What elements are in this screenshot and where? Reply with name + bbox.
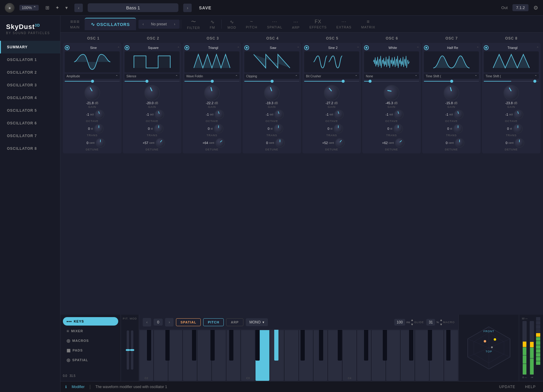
sidebar-item-osc1[interactable]: OSCILLATOR 1 bbox=[0, 53, 60, 66]
zoom-control[interactable]: 100% ⌃ bbox=[19, 5, 39, 11]
osc5-power-btn[interactable] bbox=[304, 45, 309, 50]
osc5-octave-knob[interactable] bbox=[334, 110, 344, 119]
keys-tab-pads[interactable]: ▦ PADS bbox=[63, 346, 118, 355]
prev-preset-btn[interactable]: ‹ bbox=[74, 4, 83, 12]
piano-key-f3[interactable] bbox=[284, 330, 299, 381]
piano-key-f4[interactable] bbox=[386, 330, 400, 381]
tab-fm[interactable]: ∿ FM bbox=[205, 17, 220, 32]
preset-next-btn[interactable]: › bbox=[173, 21, 177, 27]
osc8-trans-knob[interactable] bbox=[513, 124, 523, 133]
osc6-octave-knob[interactable] bbox=[394, 110, 404, 119]
osc7-octave-knob[interactable] bbox=[454, 110, 463, 119]
osc2-detune-knob[interactable] bbox=[155, 138, 165, 148]
osc2-type-select[interactable]: Square bbox=[131, 46, 176, 50]
osc4-power-btn[interactable] bbox=[244, 45, 249, 50]
piano-key-ds2[interactable] bbox=[165, 330, 170, 361]
update-button[interactable]: UPDATE bbox=[497, 384, 518, 390]
osc8-octave-knob[interactable] bbox=[514, 110, 523, 119]
tab-arp[interactable]: ⋯ ARP bbox=[287, 17, 305, 32]
osc3-slider[interactable] bbox=[184, 80, 239, 82]
piano-key-a4[interactable] bbox=[415, 330, 429, 381]
prev-octave-btn[interactable]: ‹ bbox=[143, 318, 151, 326]
osc5-trans-knob[interactable] bbox=[333, 124, 343, 133]
poly-select[interactable]: MONO ▾ bbox=[246, 318, 268, 326]
osc8-detune-knob[interactable] bbox=[515, 138, 524, 148]
osc3-power-btn[interactable] bbox=[184, 45, 189, 50]
piano-key-b2[interactable] bbox=[226, 330, 241, 381]
tab-main[interactable]: ≡≡≡ MAIN bbox=[65, 17, 85, 31]
piano-key-gs4[interactable] bbox=[428, 330, 432, 361]
osc2-octave-knob[interactable] bbox=[154, 110, 164, 119]
osc8-slider[interactable] bbox=[484, 80, 539, 82]
tab-matrix[interactable]: ≡ MATRIX bbox=[356, 17, 380, 31]
preset-name-display[interactable]: Bass 1 bbox=[88, 3, 178, 12]
osc2-slider[interactable] bbox=[125, 80, 180, 82]
app-logo[interactable]: ● bbox=[5, 3, 15, 13]
osc7-detune-knob[interactable] bbox=[455, 138, 464, 148]
tab-mod[interactable]: ∿ MOD bbox=[223, 17, 241, 32]
osc7-modifier[interactable]: Time Shift (⌃ bbox=[424, 74, 479, 79]
macro-value[interactable]: 31 bbox=[426, 319, 435, 326]
pit-slider-1[interactable] bbox=[127, 330, 129, 370]
osc3-gain-knob[interactable] bbox=[204, 85, 220, 101]
osc1-gain-knob[interactable] bbox=[84, 85, 100, 101]
macro-down-btn[interactable]: ▾ bbox=[440, 322, 442, 326]
tab-effects[interactable]: FX EFFECTS bbox=[304, 17, 331, 31]
piano-key-cs3[interactable] bbox=[255, 330, 260, 361]
osc8-gain-knob[interactable] bbox=[503, 85, 519, 101]
osc6-type-select[interactable]: White bbox=[370, 46, 415, 50]
osc4-detune-knob[interactable] bbox=[275, 138, 285, 148]
osc4-type-select[interactable]: Saw bbox=[250, 46, 296, 50]
sidebar-item-osc7[interactable]: OSCILLATOR 7 bbox=[0, 130, 60, 142]
osc1-power-btn[interactable] bbox=[65, 45, 70, 50]
sidebar-item-osc3[interactable]: OSCILLATOR 3 bbox=[0, 79, 60, 92]
piano-key-as2[interactable] bbox=[229, 330, 233, 361]
grid-icon[interactable]: ⊞ bbox=[44, 4, 51, 12]
osc8-modifier[interactable]: Time Shift (⌃ bbox=[484, 74, 539, 79]
osc4-slider[interactable] bbox=[244, 80, 299, 82]
settings-icon[interactable]: ⚙ bbox=[533, 5, 538, 11]
osc7-power-btn[interactable] bbox=[424, 45, 429, 50]
osc4-modifier[interactable]: Clipping⌃ bbox=[244, 74, 299, 79]
osc6-power-btn[interactable] bbox=[364, 45, 369, 50]
save-button[interactable]: SAVE bbox=[197, 4, 214, 11]
macro-up-btn[interactable]: ▴ bbox=[440, 318, 442, 322]
piano-key-as3[interactable] bbox=[338, 330, 342, 361]
piano-key-fs2[interactable] bbox=[192, 330, 196, 361]
puzzle-icon[interactable]: ✦ bbox=[54, 4, 61, 12]
osc2-gain-knob[interactable] bbox=[144, 85, 160, 101]
osc1-slider[interactable] bbox=[65, 80, 120, 82]
sidebar-item-osc4[interactable]: OSCILLATOR 4 bbox=[0, 92, 60, 104]
tab-filter[interactable]: 〜 FILTER bbox=[182, 16, 205, 32]
osc3-type-select[interactable]: Triangl bbox=[190, 46, 236, 50]
osc3-trans-knob[interactable] bbox=[214, 124, 223, 133]
piano-key-c3[interactable]: C3 bbox=[241, 330, 255, 381]
osc6-gain-knob[interactable] bbox=[384, 85, 399, 101]
osc6-slider[interactable] bbox=[364, 80, 419, 82]
osc2-trans-knob[interactable] bbox=[154, 124, 164, 133]
osc6-modifier[interactable]: None⌃ bbox=[364, 74, 419, 79]
sidebar-item-osc6[interactable]: OSCILLATOR 6 bbox=[0, 117, 60, 130]
piano-key-cs2[interactable] bbox=[147, 330, 151, 361]
sidebar-item-osc2[interactable]: OSCILLATOR 2 bbox=[0, 66, 60, 79]
piano-key-gs2[interactable] bbox=[210, 330, 215, 361]
preset-prev-btn[interactable]: ‹ bbox=[141, 21, 145, 27]
piano-key-c4[interactable]: C4 bbox=[342, 330, 357, 381]
osc5-type-select[interactable]: Sine 2 bbox=[310, 46, 356, 50]
sidebar-item-summary[interactable]: SUMMARY bbox=[0, 41, 60, 53]
sidebar-item-osc8[interactable]: OSCILLATOR 8 bbox=[0, 142, 60, 155]
osc6-detune-knob[interactable] bbox=[395, 138, 405, 148]
pit-slider-2[interactable] bbox=[131, 330, 133, 370]
osc7-trans-knob[interactable] bbox=[453, 124, 463, 133]
osc8-type-select[interactable]: Triangl bbox=[490, 46, 535, 50]
osc2-modifier[interactable]: Silence⌃ bbox=[125, 74, 180, 79]
piano-key-ds4[interactable] bbox=[383, 330, 387, 361]
osc5-modifier[interactable]: Bit Crusher⌃ bbox=[304, 74, 359, 79]
keys-tab-macros[interactable]: ◎ MACROS bbox=[63, 336, 118, 345]
keys-tab-spatial[interactable]: ◎ SPATIAL bbox=[63, 356, 118, 364]
osc4-trans-knob[interactable] bbox=[274, 124, 283, 133]
piano-key-fs4[interactable] bbox=[409, 330, 413, 361]
osc7-slider[interactable] bbox=[424, 80, 479, 82]
pitch-mode-btn[interactable]: PITCH bbox=[203, 318, 224, 326]
piano-key-cs4[interactable] bbox=[364, 330, 368, 361]
